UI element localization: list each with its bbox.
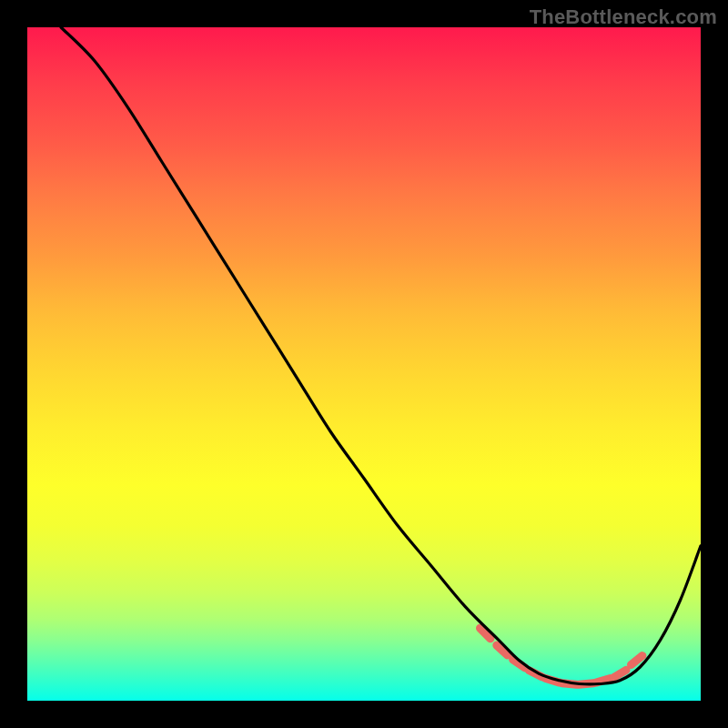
watermark-text: TheBottleneck.com [530,5,717,29]
highlight-dash [632,656,642,665]
marker-group [480,628,642,684]
highlight-dash [613,670,626,677]
curve-path [61,27,701,684]
chart-frame: TheBottleneck.com [0,0,728,728]
plot-area [27,27,701,701]
chart-svg [27,27,701,701]
